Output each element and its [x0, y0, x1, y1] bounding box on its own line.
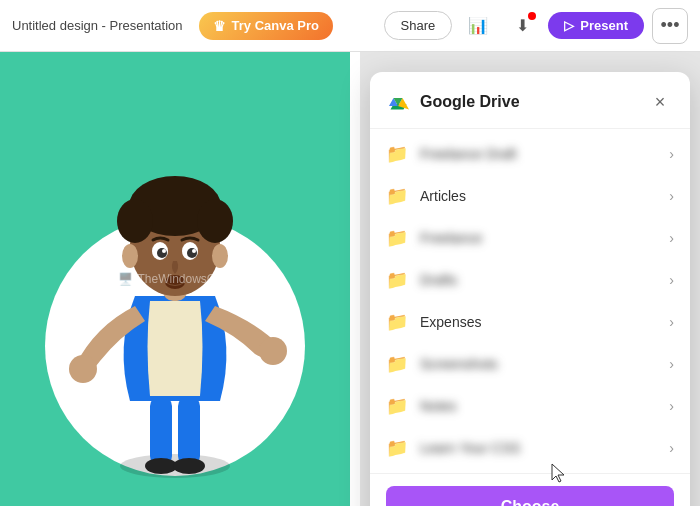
folder-item[interactable]: 📁Freelance›: [370, 217, 690, 259]
folder-icon: 📁: [386, 353, 408, 375]
folder-list[interactable]: 📁Freelance Draft›📁Articles›📁Freelance›📁D…: [370, 129, 690, 473]
folder-icon: 📁: [386, 143, 408, 165]
svg-point-3: [145, 458, 177, 474]
svg-point-4: [173, 458, 205, 474]
modal-header: Google Drive ×: [370, 72, 690, 129]
chevron-right-icon: ›: [669, 272, 674, 288]
svg-point-14: [157, 248, 167, 258]
folder-item[interactable]: 📁Screenshots›: [370, 343, 690, 385]
modal-title: Google Drive: [420, 93, 636, 111]
folder-item[interactable]: 📁Freelance Draft›: [370, 133, 690, 175]
chevron-right-icon: ›: [669, 188, 674, 204]
google-drive-icon: [386, 90, 410, 114]
folder-item[interactable]: 📁Drafts›: [370, 259, 690, 301]
folder-item[interactable]: 📁Notes›: [370, 385, 690, 427]
choose-button[interactable]: Choose: [386, 486, 674, 506]
svg-point-16: [162, 249, 166, 253]
svg-point-19: [122, 244, 138, 268]
chevron-right-icon: ›: [669, 356, 674, 372]
design-canvas: 🖥️ TheWindowsClub: [0, 52, 350, 506]
try-canva-button[interactable]: ♛ Try Canva Pro: [199, 12, 333, 40]
folder-name: Freelance: [420, 230, 657, 246]
folder-name: Screenshots: [420, 356, 657, 372]
folder-name: Notes: [420, 398, 657, 414]
chevron-right-icon: ›: [669, 314, 674, 330]
folder-name: Learn Your CSS: [420, 440, 657, 456]
svg-rect-2: [178, 396, 200, 466]
folder-name: Expenses: [420, 314, 657, 330]
folder-name: Drafts: [420, 272, 657, 288]
download-icon: ⬇: [516, 16, 529, 35]
chevron-right-icon: ›: [669, 398, 674, 414]
crown-icon: ♛: [213, 18, 226, 34]
svg-point-10: [117, 199, 153, 243]
watermark: 🖥️ TheWindowsClub: [118, 272, 231, 286]
notification-badge: [528, 12, 536, 20]
folder-item[interactable]: 📁Articles›: [370, 175, 690, 217]
chevron-right-icon: ›: [669, 146, 674, 162]
folder-icon: 📁: [386, 185, 408, 207]
chevron-right-icon: ›: [669, 230, 674, 246]
modal-footer: Choose: [370, 473, 690, 506]
character-illustration: [35, 106, 315, 506]
modal-overlay: Google Drive × 📁Freelance Draft›📁Article…: [360, 52, 700, 506]
analytics-button[interactable]: 📊: [460, 8, 496, 44]
svg-point-15: [187, 248, 197, 258]
google-drive-modal: Google Drive × 📁Freelance Draft›📁Article…: [370, 72, 690, 506]
folder-icon: 📁: [386, 395, 408, 417]
svg-point-5: [69, 355, 97, 383]
watermark-icon: 🖥️: [118, 272, 133, 286]
present-icon: ▷: [564, 18, 574, 33]
present-button[interactable]: ▷ Present: [548, 12, 644, 39]
folder-icon: 📁: [386, 227, 408, 249]
chevron-right-icon: ›: [669, 440, 674, 456]
more-icon: •••: [661, 15, 680, 36]
svg-point-6: [259, 337, 287, 365]
svg-rect-1: [150, 396, 172, 466]
document-title: Untitled design - Presentation: [12, 18, 183, 33]
folder-item[interactable]: 📁Expenses›: [370, 301, 690, 343]
analytics-icon: 📊: [468, 16, 488, 35]
folder-icon: 📁: [386, 437, 408, 459]
modal-close-button[interactable]: ×: [646, 88, 674, 116]
folder-icon: 📁: [386, 269, 408, 291]
svg-point-20: [212, 244, 228, 268]
folder-name: Freelance Draft: [420, 146, 657, 162]
toolbar: Untitled design - Presentation ♛ Try Can…: [0, 0, 700, 52]
folder-item[interactable]: 📁Learn Your CSS›: [370, 427, 690, 469]
folder-icon: 📁: [386, 311, 408, 333]
folder-name: Articles: [420, 188, 657, 204]
more-options-button[interactable]: •••: [652, 8, 688, 44]
svg-point-11: [197, 199, 233, 243]
download-button[interactable]: ⬇: [504, 8, 540, 44]
share-button[interactable]: Share: [384, 11, 453, 40]
svg-point-17: [192, 249, 196, 253]
